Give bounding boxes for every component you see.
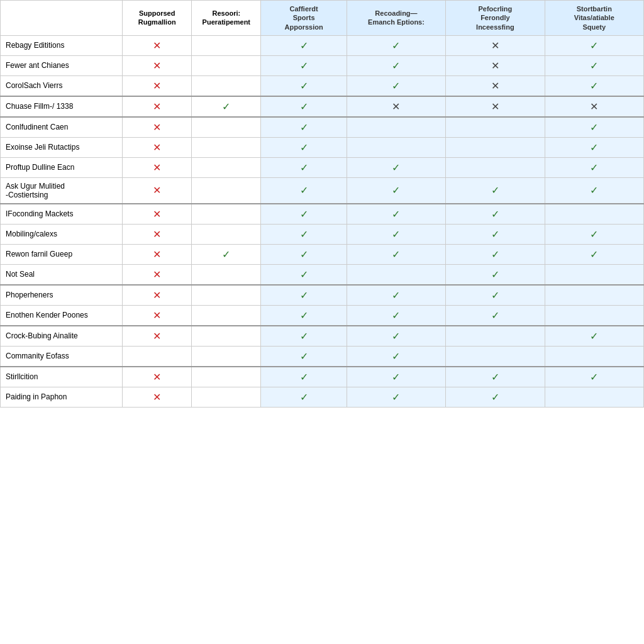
- cell-col2: [192, 285, 261, 306]
- check-icon: ✓: [590, 142, 598, 153]
- cell-col3: ✓: [261, 75, 347, 96]
- cell-col2: [192, 35, 261, 55]
- cross-icon: ✕: [153, 80, 161, 91]
- cell-col1: ✕: [123, 244, 192, 264]
- cell-col6: ✓: [545, 55, 643, 75]
- check-icon: ✓: [491, 372, 499, 382]
- cell-col2: [192, 367, 261, 387]
- cell-col2: [192, 204, 261, 225]
- check-icon: ✓: [590, 162, 598, 173]
- cell-col3: ✓: [261, 285, 347, 306]
- check-icon: ✓: [300, 40, 308, 51]
- cross-icon: ✕: [153, 229, 161, 240]
- row-label: Conlfudinent Caen: [1, 117, 123, 138]
- cell-col6: [545, 204, 643, 225]
- row-label: Enothen Kender Poones: [1, 305, 123, 326]
- check-icon: ✓: [392, 331, 400, 341]
- cell-col2: [192, 264, 261, 285]
- check-icon: ✓: [300, 331, 308, 341]
- cell-col1: ✕: [123, 35, 192, 55]
- cell-col4: ✓: [347, 177, 445, 204]
- cross-icon: ✕: [392, 101, 400, 112]
- cell-col4: [347, 137, 445, 157]
- cell-col3: ✓: [261, 117, 347, 138]
- check-icon: ✓: [300, 142, 308, 153]
- check-icon: ✓: [590, 372, 598, 382]
- cell-col2: [192, 177, 261, 204]
- cross-icon: ✕: [153, 290, 161, 301]
- check-icon: ✓: [392, 392, 400, 402]
- row-label: Commanity Eofass: [1, 346, 123, 367]
- cell-col1: ✕: [123, 305, 192, 326]
- table-row: Not Seal✕✓✓: [1, 264, 644, 285]
- cross-icon: ✕: [491, 101, 499, 112]
- cell-col1: ✕: [123, 177, 192, 204]
- row-label: Stirllcition: [1, 367, 123, 387]
- table-row: CorolSach Vierrs✕✓✓✕✓: [1, 75, 644, 96]
- check-icon: ✓: [300, 269, 308, 280]
- check-icon: ✓: [392, 249, 400, 260]
- cell-col2: [192, 75, 261, 96]
- row-label: Fewer ant Chianes: [1, 55, 123, 75]
- cell-col3: ✓: [261, 305, 347, 326]
- comparison-table: SupporsedRugmallion Resoori:Pueratipemen…: [0, 0, 644, 408]
- cell-col5: ✓: [446, 285, 545, 306]
- cell-col2: [192, 137, 261, 157]
- cell-col5: ✕: [446, 96, 545, 117]
- cross-icon: ✕: [153, 372, 161, 382]
- check-icon: ✓: [491, 269, 499, 280]
- cell-col3: ✓: [261, 177, 347, 204]
- cell-col1: ✕: [123, 117, 192, 138]
- cell-col3: ✓: [261, 244, 347, 264]
- table-row: Exoinse Jeli Rutactips✕✓✓: [1, 137, 644, 157]
- cross-icon: ✕: [153, 249, 161, 260]
- table-row: Rebagy Edititions✕✓✓✕✓: [1, 35, 644, 55]
- cell-col5: ✓: [446, 177, 545, 204]
- cell-col2: [192, 387, 261, 407]
- check-icon: ✓: [300, 249, 308, 260]
- row-label: Phoperheners: [1, 285, 123, 306]
- cell-col6: ✓: [545, 117, 643, 138]
- cross-icon: ✕: [153, 310, 161, 321]
- check-icon: ✓: [491, 310, 499, 321]
- check-icon: ✓: [392, 80, 400, 91]
- check-icon: ✓: [392, 209, 400, 219]
- table-row: Enothen Kender Poones✕✓✓✓: [1, 305, 644, 326]
- check-icon: ✓: [491, 185, 499, 196]
- cell-col5: ✓: [446, 204, 545, 225]
- cell-col1: ✕: [123, 387, 192, 407]
- cross-icon: ✕: [153, 101, 161, 112]
- cell-col3: ✓: [261, 346, 347, 367]
- cell-col1: ✕: [123, 204, 192, 225]
- check-icon: ✓: [590, 229, 598, 240]
- table-row: Commanity Eofass✓✓: [1, 346, 644, 367]
- check-icon: ✓: [300, 392, 308, 402]
- cell-col1: ✕: [123, 326, 192, 347]
- cell-col5: ✓: [446, 224, 545, 244]
- check-icon: ✓: [590, 249, 598, 260]
- cell-col5: ✓: [446, 367, 545, 387]
- cell-col5: ✕: [446, 75, 545, 96]
- check-icon: ✓: [300, 122, 308, 133]
- cell-col6: ✓: [545, 137, 643, 157]
- check-icon: ✓: [590, 40, 598, 51]
- cell-col4: ✓: [347, 285, 445, 306]
- cell-col4: ✓: [347, 224, 445, 244]
- cell-col4: [347, 117, 445, 138]
- check-icon: ✓: [590, 185, 598, 196]
- check-icon: ✓: [300, 290, 308, 301]
- cell-col6: ✓: [545, 75, 643, 96]
- cell-col4: [347, 264, 445, 285]
- cell-col2: [192, 157, 261, 177]
- cell-col5: ✕: [446, 55, 545, 75]
- cross-icon: ✕: [153, 392, 161, 402]
- cross-icon: ✕: [153, 60, 161, 71]
- cell-col5: ✓: [446, 305, 545, 326]
- cell-col2: [192, 117, 261, 138]
- check-icon: ✓: [392, 162, 400, 173]
- check-icon: ✓: [392, 185, 400, 196]
- cell-col5: [446, 117, 545, 138]
- cell-col4: ✓: [347, 346, 445, 367]
- cell-col6: ✕: [545, 96, 643, 117]
- cell-col6: ✓: [545, 35, 643, 55]
